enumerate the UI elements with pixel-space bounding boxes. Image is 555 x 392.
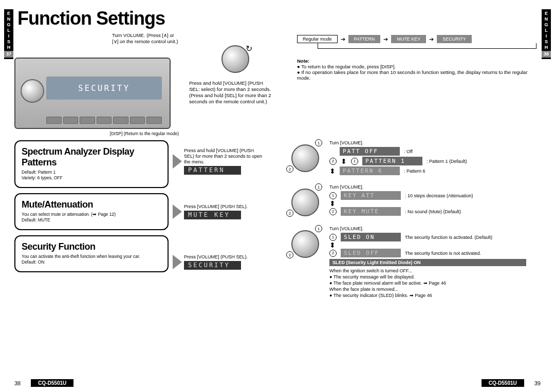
feature-spectrum: Spectrum Analyzer Display Patterns Defau… bbox=[14, 140, 169, 188]
knob-mute: 12 bbox=[287, 184, 324, 218]
note-title: Note: bbox=[297, 58, 309, 64]
knob-pattern: 12 bbox=[287, 140, 324, 174]
lcd-pattern: PATTERN bbox=[184, 166, 241, 175]
mode-regular: Regular mode bbox=[297, 35, 338, 43]
mode-chain: Regular mode➔ PATTERN➔ MUTE KEY➔ SECURIT… bbox=[297, 35, 541, 43]
instr-push-sel: Press and hold [VOLUME] (PUSH SEL: selec… bbox=[189, 80, 271, 105]
note-line-1: To return to the regular mode, press [DI… bbox=[301, 64, 396, 69]
mode-security: SECURITY bbox=[437, 35, 472, 43]
mode-pattern: PATTERN bbox=[348, 35, 381, 43]
arrow-icon bbox=[173, 255, 182, 269]
feature-security: Security Function You can activate the a… bbox=[14, 235, 169, 272]
car-stereo-illustration: SECURITY bbox=[14, 58, 171, 129]
disp-note: [DISP] (Return to the regular mode) bbox=[14, 131, 179, 136]
side-tab-right: ENGLISH 38 bbox=[542, 9, 551, 59]
knob-security: 12 bbox=[287, 226, 324, 259]
footer-left-num: 38 bbox=[14, 380, 21, 386]
arrow-icon bbox=[173, 154, 182, 169]
mid-instr-1: Press and hold [VOLUME] (PUSH SEL) for m… bbox=[184, 148, 263, 175]
model-tag-left: CQ-D5501U bbox=[31, 379, 73, 387]
side-tab-left: ENGLISH 37 bbox=[4, 9, 13, 59]
model-tag-right: CQ-D5501U bbox=[482, 379, 524, 387]
volume-knob-icon bbox=[21, 79, 44, 103]
turn-volume-label: Turn [VOLUME]. bbox=[329, 140, 526, 145]
turn-volume-label-2: Turn [VOLUME]. bbox=[329, 184, 526, 190]
mode-mutekey: MUTE KEY bbox=[391, 35, 426, 43]
left-page-num: 37 bbox=[4, 51, 13, 58]
mid-instr-2: Press [VOLUME] (PUSH SEL). MUTE KEY bbox=[184, 204, 263, 219]
radio-display: SECURITY bbox=[46, 77, 162, 100]
right-page-num: 38 bbox=[542, 51, 551, 58]
arrow-icon bbox=[173, 204, 182, 219]
feature-security-title: Security Function bbox=[22, 241, 161, 252]
security-notes: When the ignition switch is turned OFF..… bbox=[329, 268, 526, 298]
mid-instr-3: Press [VOLUME] (PUSH SEL). SECURITY bbox=[184, 254, 263, 270]
note-line-2: If no operation takes place for more tha… bbox=[297, 69, 527, 81]
sled-bar: SLED (Security Light Emitted Diode) ON bbox=[329, 259, 526, 266]
footer-right-num: 39 bbox=[534, 380, 541, 386]
instr-turn-volume: Turn VOLUME. (Press [∧] or [∨] on the re… bbox=[112, 32, 179, 45]
lcd-security: SECURITY bbox=[184, 261, 241, 270]
feature-spectrum-title: Spectrum Analyzer Display Patterns bbox=[22, 146, 161, 168]
knob-illustration: ↻ bbox=[217, 45, 253, 76]
turn-volume-label-3: Turn [VOLUME]. bbox=[329, 226, 526, 231]
feature-mute-title: Mute/Attenuation bbox=[22, 199, 161, 210]
note-block: Note: ● To return to the regular mode, p… bbox=[297, 58, 539, 81]
feature-mute: Mute/Attenuation You can select mute or … bbox=[14, 193, 169, 230]
lcd-mutekey: MUTE KEY bbox=[184, 211, 241, 219]
page-title: Function Settings bbox=[17, 8, 541, 29]
